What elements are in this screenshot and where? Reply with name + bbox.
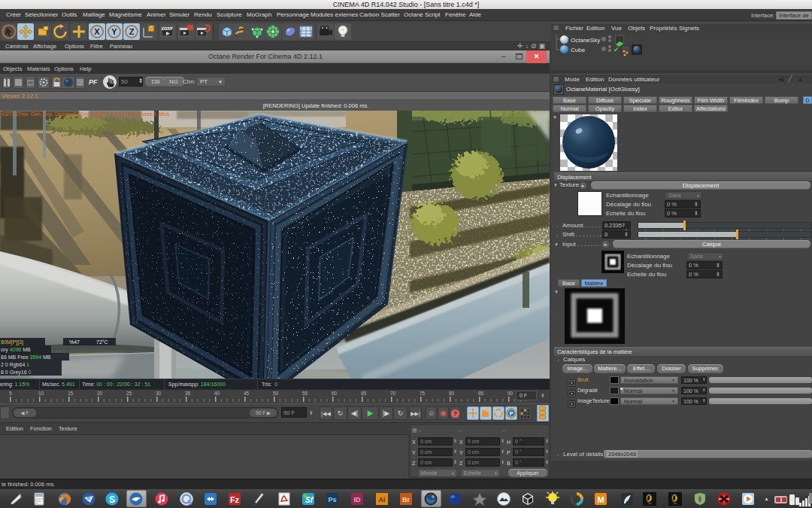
svg-text:80M[P][3]: 80M[P][3] (1, 339, 23, 345)
svg-text:Y: Y (111, 27, 117, 36)
svg-text:35: 35 (185, 391, 191, 396)
svg-text:90: 90 (508, 391, 514, 396)
svg-text:55: 55 (302, 391, 308, 396)
svg-text:P: P (510, 411, 514, 416)
svg-text:X: X (94, 27, 100, 36)
svg-text:86 MB Free 3594 MB: 86 MB Free 3594 MB (1, 354, 51, 360)
svg-text:ID: ID (354, 496, 362, 503)
svg-text:8 0 Grey16 0: 8 0 Grey16 0 (1, 370, 32, 376)
svg-text:Ps: Ps (328, 496, 336, 503)
svg-text:%47: %47 (69, 339, 80, 345)
svg-text:70: 70 (390, 391, 396, 396)
svg-text:Z: Z (129, 27, 135, 36)
svg-text:Br: Br (402, 496, 410, 503)
svg-text:65: 65 (361, 391, 367, 396)
svg-text:25: 25 (126, 391, 132, 396)
svg-text:2 0 Rgb64 1: 2 0 Rgb64 1 (1, 362, 29, 368)
svg-text:30: 30 (156, 391, 162, 396)
svg-text:10: 10 (38, 391, 44, 396)
svg-text:3ds: 3ds (674, 502, 677, 505)
svg-text:Fz: Fz (230, 495, 240, 504)
svg-text:S: S (109, 494, 115, 505)
svg-text:40: 40 (214, 391, 220, 396)
svg-text:15: 15 (68, 391, 74, 396)
svg-text:Ai: Ai (379, 496, 386, 503)
svg-text:50: 50 (273, 391, 279, 396)
svg-text:75: 75 (420, 391, 426, 396)
svg-text:ory 4096 MB: ory 4096 MB (1, 347, 31, 353)
svg-text:M: M (597, 495, 604, 504)
svg-text:5: 5 (9, 391, 12, 396)
svg-text:HD: HD (28, 81, 34, 85)
svg-text:#3/7437ms. Gen:1ms. Update:0.0: #3/7437ms. Gen:1ms. Update:0.00ms. Mesh:… (2, 111, 170, 117)
svg-text:80: 80 (449, 391, 455, 396)
svg-text:20: 20 (97, 391, 103, 396)
svg-text:85: 85 (478, 391, 484, 396)
svg-text:72°C: 72°C (96, 339, 108, 345)
svg-text:60: 60 (332, 391, 338, 396)
svg-text:3ds: 3ds (648, 502, 652, 505)
svg-text:45: 45 (244, 391, 250, 396)
